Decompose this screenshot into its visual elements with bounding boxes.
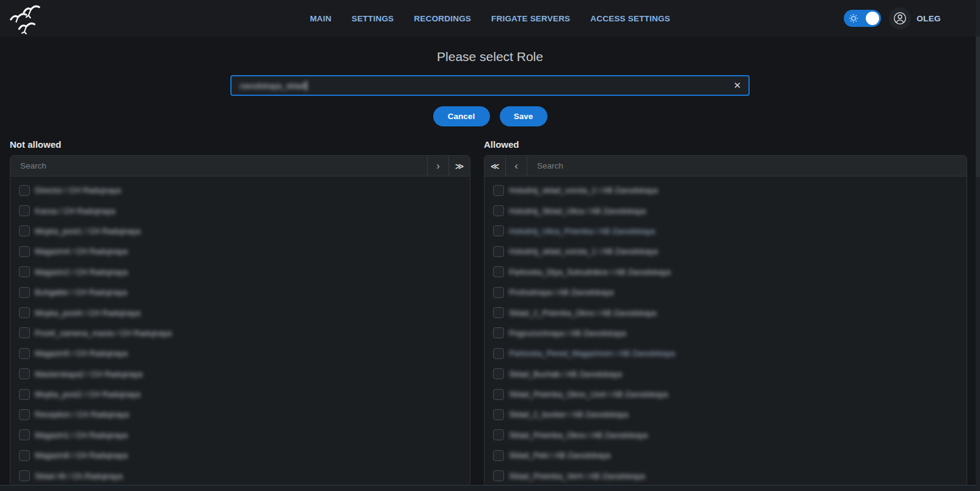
list-item[interactable]: Magazin2 / CH Radujnaya: [10, 262, 470, 282]
list-item[interactable]: Moyka_post2 / CH Radujnaya: [10, 384, 470, 404]
item-checkbox[interactable]: [19, 450, 30, 461]
save-button[interactable]: Save: [500, 106, 547, 126]
item-checkbox[interactable]: [19, 225, 30, 236]
list-item[interactable]: Pogruzochnaya / AB Zavodskaya: [485, 323, 967, 343]
item-checkbox[interactable]: [19, 205, 30, 216]
item-checkbox[interactable]: [19, 389, 30, 400]
list-item[interactable]: Holodnij_Sklad_Ulica / AB Zavodskaya: [485, 200, 967, 220]
list-item[interactable]: Post4_zamena_masla / CH Radujnaya: [10, 323, 470, 343]
item-checkbox[interactable]: [19, 185, 30, 196]
list-item[interactable]: Kassa / CH Radujnaya: [10, 200, 470, 220]
list-item[interactable]: Sklad #8 / Ch.Radujnaya: [10, 465, 470, 486]
item-checkbox[interactable]: [493, 389, 504, 400]
not-allowed-search-input[interactable]: Search: [10, 156, 427, 176]
role-input[interactable]: zavodskaya_sklad ✕: [230, 75, 750, 96]
nav-main[interactable]: MAIN: [310, 14, 331, 23]
list-item[interactable]: Holodnij_Ulica_Priemka / AB Zavodskaya: [485, 221, 967, 241]
item-checkbox[interactable]: [19, 287, 30, 298]
item-label: Post4_zamena_masla / CH Radujnaya: [35, 329, 172, 338]
move-all-left-button[interactable]: ≪: [485, 156, 506, 176]
list-item[interactable]: Magazin4 / CH Radujnaya: [10, 241, 470, 261]
user-menu-button[interactable]: [889, 7, 911, 29]
item-checkbox[interactable]: [493, 348, 504, 359]
item-checkbox[interactable]: [19, 429, 30, 440]
item-checkbox[interactable]: [493, 246, 504, 257]
item-label: Buhgalter / CH Radujnaya: [35, 288, 127, 297]
item-checkbox[interactable]: [19, 307, 30, 318]
frigate-logo[interactable]: [6, 1, 42, 35]
item-checkbox[interactable]: [19, 327, 30, 338]
list-item[interactable]: Director / CH Radujnaya: [10, 180, 470, 200]
list-item[interactable]: Buhgalter / CH Radujnaya: [10, 282, 470, 302]
list-item[interactable]: Parkovka_Pered_Magazinom / AB Zavodskaya: [485, 343, 967, 363]
nav-frigate-servers[interactable]: FRIGATE SERVERS: [491, 14, 570, 23]
item-checkbox[interactable]: [19, 348, 30, 359]
move-selected-left-button[interactable]: ‹: [506, 156, 527, 176]
move-selected-right-button[interactable]: ›: [427, 156, 448, 176]
list-item[interactable]: Holodnij_sklad_vorota_1 / AB Zavodskaya: [485, 241, 967, 261]
list-item[interactable]: Moyka_post1 / CH Radujnaya: [10, 221, 470, 241]
item-checkbox[interactable]: [19, 368, 30, 379]
list-item[interactable]: Parkovka_Dlya_Sotrudnikov / AB Zavodskay…: [485, 262, 967, 282]
list-item[interactable]: Reception / CH Radujnaya: [10, 404, 470, 424]
allowed-list: Holodnij_sklad_vorota_2 / AB ZavodskayaH…: [485, 176, 967, 486]
item-checkbox[interactable]: [19, 470, 30, 481]
item-checkbox[interactable]: [493, 266, 504, 277]
list-item[interactable]: Prohodnaya / AB Zavodskaya: [485, 282, 967, 302]
list-item[interactable]: Sklad_Priemka_Okno / AB Zavodskaya: [485, 425, 967, 445]
item-label: Magazin8 / CH Radujnaya: [35, 451, 128, 460]
allowed-panel: ≪ ‹ Search Holodnij_sklad_vorota_2 / AB …: [484, 155, 967, 486]
list-item[interactable]: Holodnij_sklad_vorota_2 / AB Zavodskaya: [485, 180, 967, 200]
item-checkbox[interactable]: [493, 429, 504, 440]
item-checkbox[interactable]: [19, 246, 30, 257]
allowed-search-input[interactable]: Search: [527, 156, 967, 176]
item-checkbox[interactable]: [493, 409, 504, 420]
move-all-right-button[interactable]: ≫: [448, 156, 470, 176]
item-label: Moyka_post1 / CH Radujnaya: [35, 227, 141, 236]
item-checkbox[interactable]: [493, 205, 504, 216]
sun-icon: [849, 13, 858, 23]
list-item[interactable]: Sklad_2_Priemka_Okno / AB Zavodskaya: [485, 302, 967, 322]
item-label: Magazin5 / CH Radujnaya: [35, 349, 128, 358]
cancel-button[interactable]: Cancel: [433, 106, 490, 126]
item-checkbox[interactable]: [493, 225, 504, 236]
theme-toggle[interactable]: [844, 10, 881, 27]
item-checkbox[interactable]: [493, 185, 504, 196]
item-checkbox[interactable]: [19, 266, 30, 277]
nav-recordings[interactable]: RECORDINGS: [414, 14, 472, 23]
item-label: Kassa / CH Radujnaya: [35, 206, 115, 216]
item-checkbox[interactable]: [493, 327, 504, 338]
nav-settings[interactable]: SETTINGS: [351, 14, 393, 23]
item-label: Sklad_Priemka_Verh / AB Zavodskaya: [509, 471, 645, 481]
list-item[interactable]: Masterskaya2 / CH Radujnaya: [10, 364, 470, 384]
list-item[interactable]: Sklad_Buchab / AB Zavodskaya: [485, 364, 967, 384]
item-label: Prohodnaya / AB Zavodskaya: [509, 288, 613, 297]
list-item[interactable]: Magazin1 / CH Radujnaya: [10, 425, 470, 445]
vertical-scrollbar-thumb[interactable]: [976, 37, 980, 177]
item-checkbox[interactable]: [493, 368, 504, 379]
vertical-scrollbar[interactable]: [976, 0, 980, 491]
not-allowed-panel: Search › ≫ Director / CH RadujnayaKassa …: [10, 155, 470, 486]
item-label: Sklad_2_bunker / AB Zavodskaya: [509, 410, 628, 419]
nav-access-settings[interactable]: ACCESS SETTINGS: [590, 14, 670, 23]
list-item[interactable]: Magazin8 / CH Radujnaya: [10, 445, 470, 465]
item-label: Sklad_Priemka_Okno_Uzel / AB Zavodskaya: [509, 390, 668, 399]
item-checkbox[interactable]: [19, 409, 30, 420]
list-item[interactable]: Magazin5 / CH Radujnaya: [10, 343, 470, 363]
list-item[interactable]: Sklad_Peki / AB Zavodskaya: [485, 445, 967, 465]
list-item[interactable]: Moyka_post4 / CH Radujnaya: [10, 302, 470, 322]
item-checkbox[interactable]: [493, 470, 504, 481]
item-checkbox[interactable]: [493, 450, 504, 461]
item-label: Pogruzochnaya / AB Zavodskaya: [509, 329, 626, 338]
list-item[interactable]: Sklad_2_bunker / AB Zavodskaya: [485, 404, 967, 424]
item-label: Moyka_post4 / CH Radujnaya: [35, 308, 141, 318]
list-item[interactable]: Sklad_Priemka_Verh / AB Zavodskaya: [485, 465, 967, 486]
item-label: Sklad #8 / Ch.Radujnaya: [35, 471, 123, 481]
item-checkbox[interactable]: [493, 307, 504, 318]
item-checkbox[interactable]: [493, 287, 504, 298]
username[interactable]: OLEG: [916, 14, 941, 23]
clear-input-icon[interactable]: ✕: [733, 80, 741, 90]
horizontal-scrollbar[interactable]: [0, 485, 976, 491]
page-title: Please select Role: [0, 49, 980, 64]
list-item[interactable]: Sklad_Priemka_Okno_Uzel / AB Zavodskaya: [485, 384, 967, 404]
